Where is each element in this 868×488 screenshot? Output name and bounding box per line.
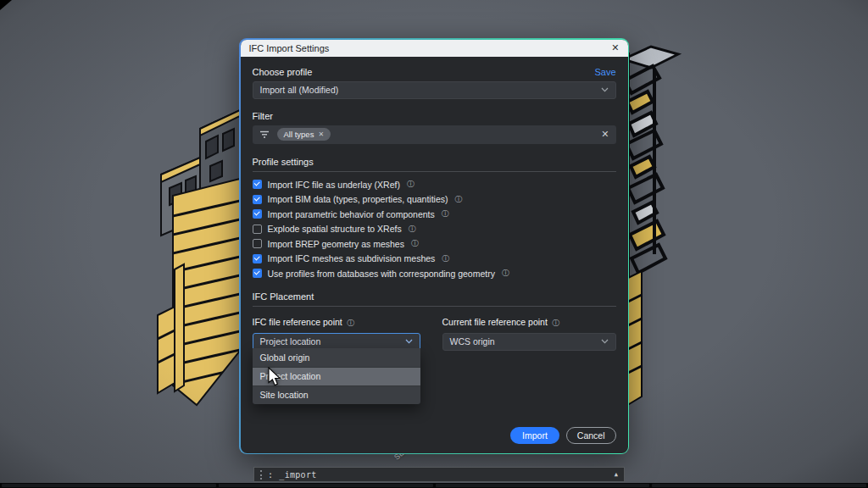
profile-settings-heading: Profile settings: [253, 157, 616, 167]
filter-chip-label: All types: [284, 130, 314, 139]
current-ref-point-select[interactable]: WCS origin: [442, 333, 616, 351]
ifc-ref-point-dropdown-menu: Global origin Project location Site loca…: [253, 348, 420, 404]
divider: [253, 171, 616, 172]
dialog-titlebar[interactable]: IFC Import Settings ✕: [241, 40, 628, 57]
checkbox-row-subdivision[interactable]: Import IFC meshes as subdivision meshes …: [253, 253, 616, 263]
checkbox-unchecked[interactable]: [253, 225, 262, 234]
ifc-placement-heading: IFC Placement: [253, 291, 616, 302]
info-icon[interactable]: ⓘ: [502, 268, 509, 279]
checkbox-row-bim-data[interactable]: Import BIM data (types, properties, quan…: [253, 194, 616, 204]
divider: [253, 306, 616, 307]
import-button[interactable]: Import: [510, 427, 559, 444]
checkbox-checked[interactable]: [253, 180, 262, 189]
ifc-import-settings-dialog: IFC Import Settings ✕ Choose profile Sav…: [239, 38, 629, 454]
checkbox-checked[interactable]: [253, 269, 262, 278]
taskbar-segment: [436, 484, 650, 487]
cancel-button[interactable]: Cancel: [566, 427, 616, 444]
filter-clear-icon[interactable]: ✕: [601, 130, 609, 139]
menu-item-project-location[interactable]: Project location: [253, 367, 420, 385]
checkbox-row-parametric[interactable]: Import parametric behavior of components…: [253, 209, 616, 219]
command-text[interactable]: _import: [279, 470, 316, 480]
filter-chip-all-types[interactable]: All types ✕: [277, 128, 331, 141]
chevron-down-icon: [405, 339, 413, 344]
taskbar-segment: [652, 484, 866, 487]
screen-corner: [0, 0, 12, 10]
profile-select[interactable]: Import all (Modified): [253, 81, 616, 99]
taskbar-strip: [0, 483, 868, 488]
filter-input[interactable]: All types ✕ ✕: [253, 125, 616, 144]
dialog-title: IFC Import Settings: [249, 43, 330, 53]
info-icon[interactable]: ⓘ: [347, 319, 354, 327]
checkbox-row-brep[interactable]: Import BREP geometry as meshes ⓘ: [253, 239, 616, 249]
checkbox-unchecked[interactable]: [253, 239, 262, 248]
current-ref-point-value: WCS origin: [450, 336, 495, 347]
info-icon[interactable]: ⓘ: [442, 253, 449, 264]
command-prompt: :: [268, 470, 273, 480]
profile-settings-list: Import IFC file as underlay (XRef) ⓘ Imp…: [253, 180, 616, 279]
info-icon[interactable]: ⓘ: [455, 194, 463, 205]
ifc-ref-point-label: IFC file reference point: [253, 317, 342, 327]
info-icon[interactable]: ⓘ: [552, 319, 559, 327]
chevron-down-icon: [601, 87, 609, 92]
close-icon[interactable]: ✕: [611, 43, 619, 53]
menu-item-site-location[interactable]: Site location: [253, 385, 420, 404]
info-icon[interactable]: ⓘ: [407, 179, 415, 190]
info-icon[interactable]: ⓘ: [409, 224, 416, 235]
taskbar-segment: [2, 484, 216, 487]
collapse-icon[interactable]: ▲: [615, 472, 618, 478]
info-icon[interactable]: ⓘ: [442, 208, 449, 219]
checkbox-checked[interactable]: [253, 254, 262, 263]
checkbox-checked[interactable]: [253, 209, 262, 219]
info-icon[interactable]: ⓘ: [411, 238, 419, 249]
profile-select-value: Import all (Modified): [260, 85, 339, 95]
save-profile-link[interactable]: Save: [594, 67, 615, 77]
chevron-down-icon: [601, 339, 609, 344]
filter-label: Filter: [253, 111, 616, 121]
checkbox-row-underlay[interactable]: Import IFC file as underlay (XRef) ⓘ: [253, 180, 616, 190]
current-ref-point-label: Current file reference point: [442, 317, 548, 327]
checkbox-checked[interactable]: [253, 195, 262, 204]
drag-handle-icon[interactable]: [260, 470, 262, 480]
taskbar-segment: [219, 484, 433, 487]
choose-profile-label: Choose profile: [253, 67, 313, 77]
chip-remove-icon[interactable]: ✕: [318, 130, 324, 138]
ifc-ref-point-value: Project location: [260, 336, 321, 347]
checkbox-row-explode-spatial[interactable]: Explode spatial structure to XRefs ⓘ: [253, 224, 616, 234]
filter-funnel-icon: [259, 130, 270, 139]
menu-item-global-origin[interactable]: Global origin: [253, 348, 420, 367]
command-line-bar[interactable]: : _import ▲: [253, 467, 625, 482]
checkbox-row-db-profiles[interactable]: Use profiles from databases with corresp…: [253, 269, 616, 279]
